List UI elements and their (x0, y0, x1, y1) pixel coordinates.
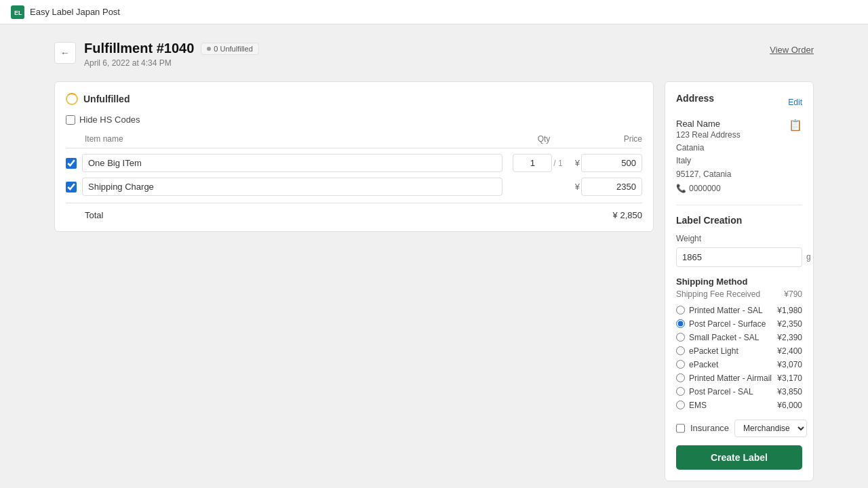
page-subtitle: April 6, 2022 at 4:34 PM (84, 58, 259, 68)
status-dot (207, 47, 211, 51)
shipping-option-left: Post Parcel - SAL (676, 387, 753, 396)
address-header: Address Edit (676, 93, 802, 112)
spinner-icon (66, 93, 78, 105)
shipping-option: Post Parcel - Surface ¥2,350 (676, 319, 802, 329)
page-header: ← Fulfillment #1040 0 Unfulfilled April … (54, 41, 814, 68)
price-cell-1: ¥ (574, 154, 642, 172)
hide-hs-row: Hide HS Codes (66, 115, 642, 125)
address-country: Italy (676, 155, 741, 167)
yen-prefix-1: ¥ (575, 158, 580, 168)
item-price-input-2[interactable] (581, 178, 642, 196)
shipping-radio[interactable] (676, 387, 685, 396)
total-row: Total ¥ 2,850 (66, 203, 642, 220)
item-price-input-1[interactable] (581, 154, 642, 172)
address-title: Address (676, 93, 714, 104)
address-block: Real Name 123 Real Address Catania Italy… (676, 119, 802, 195)
insurance-checkbox[interactable] (676, 424, 685, 433)
svg-text:EL: EL (14, 9, 22, 16)
weight-input-row: g (676, 247, 802, 267)
item-checkbox-1[interactable] (66, 158, 77, 169)
shipping-radio[interactable] (676, 306, 685, 314)
shipping-option-left: ePacket Light (676, 346, 738, 356)
address-postal: 95127, Catania (676, 168, 741, 181)
shipping-option: ePacket ¥3,070 (676, 360, 802, 369)
weight-input[interactable] (676, 247, 802, 267)
divider-1 (676, 205, 802, 205)
col-price: Price (574, 134, 642, 144)
shipping-fee-received: Shipping Fee Received ¥790 (676, 289, 802, 299)
app-logo: EL (11, 5, 24, 19)
shipping-option-price: ¥2,350 (777, 319, 802, 329)
shipping-option-label: Printed Matter - Airmail (689, 373, 772, 383)
shipping-option-label: ePacket (689, 360, 718, 369)
phone-row: 📞 0000000 (676, 182, 741, 195)
address-info: Real Name 123 Real Address Catania Italy… (676, 119, 741, 195)
left-panel: Unfulfilled Hide HS Codes Item name Qty … (54, 81, 654, 232)
shipping-option-price: ¥2,390 (777, 333, 802, 342)
two-col-layout: Unfulfilled Hide HS Codes Item name Qty … (54, 81, 814, 481)
shipping-radio[interactable] (676, 319, 685, 328)
hide-hs-label: Hide HS Codes (79, 115, 140, 125)
merchandise-select[interactable]: MerchandiseGiftDocumentsSample (734, 420, 807, 437)
shipping-option-label: Post Parcel - Surface (689, 319, 766, 329)
page-title-row: Fulfillment #1040 0 Unfulfilled (84, 41, 259, 56)
item-name-input-2[interactable] (82, 178, 502, 196)
shipping-method-title: Shipping Method (676, 277, 802, 287)
shipping-option-left: Printed Matter - Airmail (676, 373, 772, 383)
table-row: ¥ (66, 178, 642, 196)
shipping-option-price: ¥3,850 (777, 387, 802, 396)
shipping-option: EMS ¥6,000 (676, 401, 802, 410)
sfr-label: Shipping Fee Received (676, 289, 760, 299)
item-qty-input-1[interactable] (513, 154, 552, 172)
col-qty: Qty (513, 134, 574, 144)
page-header-left: ← Fulfillment #1040 0 Unfulfilled April … (54, 41, 259, 68)
shipping-radio[interactable] (676, 360, 685, 369)
shipping-options-list: Printed Matter - SAL ¥1,980 Post Parcel … (676, 306, 802, 410)
back-button[interactable]: ← (54, 42, 76, 64)
view-order-link[interactable]: View Order (770, 45, 814, 55)
address-phone: 0000000 (689, 182, 721, 195)
hide-hs-checkbox[interactable] (66, 115, 75, 125)
weight-label: Weight (676, 234, 802, 243)
sfr-value: ¥790 (784, 289, 802, 299)
yen-prefix-2: ¥ (575, 182, 580, 192)
create-label-button[interactable]: Create Label (676, 445, 802, 470)
item-checkbox-2[interactable] (66, 182, 77, 192)
shipping-radio[interactable] (676, 346, 685, 355)
shipping-option-left: EMS (676, 401, 707, 410)
copy-address-btn[interactable]: 📋 (789, 119, 802, 131)
shipping-option-left: Printed Matter - SAL (676, 306, 763, 315)
weight-unit: g (806, 252, 811, 262)
total-label: Total (85, 210, 103, 220)
shipping-option-price: ¥3,070 (777, 360, 802, 369)
total-amount: 2,850 (620, 210, 642, 220)
item-qty-of-1: / 1 (553, 159, 562, 168)
item-name-input-1[interactable] (82, 154, 502, 172)
section-title: Unfulfilled (83, 94, 130, 104)
shipping-radio[interactable] (676, 401, 685, 409)
address-name: Real Name (676, 119, 741, 129)
shipping-option: Printed Matter - SAL ¥1,980 (676, 306, 802, 315)
price-cell-2: ¥ (574, 178, 642, 196)
shipping-option-price: ¥6,000 (777, 401, 802, 410)
shipping-option: Printed Matter - Airmail ¥3,170 (676, 373, 802, 383)
shipping-option: Small Packet - SAL ¥2,390 (676, 333, 802, 342)
insurance-row: Insurance MerchandiseGiftDocumentsSample (676, 420, 802, 437)
unfulfilled-header: Unfulfilled (66, 93, 642, 105)
label-creation-section: Label Creation Weight g Shipping Method … (676, 215, 802, 470)
shipping-radio[interactable] (676, 373, 685, 382)
main-content: ← Fulfillment #1040 0 Unfulfilled April … (0, 24, 868, 488)
shipping-option-label: Printed Matter - SAL (689, 306, 763, 315)
shipping-radio[interactable] (676, 333, 685, 342)
edit-address-link[interactable]: Edit (788, 98, 802, 107)
shipping-option-price: ¥1,980 (777, 306, 802, 315)
page-title: Fulfillment #1040 (84, 41, 194, 56)
items-table: / 1 ¥ ¥ (66, 154, 642, 196)
shipping-option-left: Small Packet - SAL (676, 333, 759, 342)
shipping-option-left: Post Parcel - Surface (676, 319, 766, 329)
shipping-option-left: ePacket (676, 360, 718, 369)
qty-cell-1: / 1 (508, 154, 569, 172)
address-city: Catania (676, 142, 741, 155)
shipping-option-price: ¥2,400 (777, 346, 802, 356)
total-value: ¥ 2,850 (613, 210, 642, 220)
